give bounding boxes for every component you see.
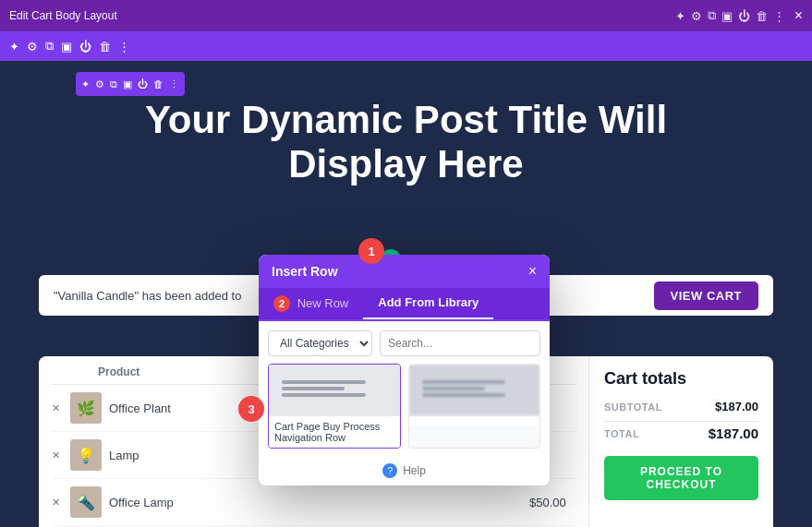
- product-image-2: 💡: [70, 439, 102, 471]
- sec-delete-icon[interactable]: 🗑: [99, 40, 111, 54]
- remove-item-2[interactable]: ✕: [52, 449, 70, 461]
- secondary-toolbar: ✦ ⚙ ⧉ ▣ ⏻ 🗑 ⋮: [0, 31, 812, 61]
- subtotal-row: SUBTOTAL $187.00: [604, 400, 758, 413]
- subtotal-label: SUBTOTAL: [604, 401, 662, 413]
- cart-totals-panel: Cart totals SUBTOTAL $187.00 TOTAL $187.…: [588, 356, 773, 527]
- grid-item-preview-1: [269, 365, 400, 415]
- product-image-3: 🔦: [70, 486, 102, 518]
- grid-item-2[interactable]: [408, 364, 541, 449]
- total-row: TOTAL $187.00: [604, 425, 758, 441]
- sec-more-icon[interactable]: ⋮: [118, 40, 130, 54]
- settings-icon[interactable]: ⚙: [691, 9, 702, 23]
- mod-layout-icon[interactable]: ▣: [123, 78, 132, 90]
- insert-row-modal: Insert Row × 2 New Row Add From Library …: [259, 255, 550, 485]
- sec-settings-icon[interactable]: ⚙: [27, 40, 38, 54]
- view-cart-button[interactable]: VIEW CART: [654, 281, 758, 310]
- grid-item-preview-2: [409, 365, 540, 415]
- modal-header: Insert Row ×: [259, 255, 550, 288]
- grid-item-cart-nav-row[interactable]: Cart Page Buy Process Navigation Row: [268, 364, 401, 449]
- product-image-1: 🌿: [70, 392, 102, 424]
- total-label: TOTAL: [604, 428, 639, 439]
- remove-item-1[interactable]: ✕: [52, 402, 70, 414]
- add-icon[interactable]: ✦: [675, 9, 685, 23]
- product-name-3: Office Lamp: [109, 496, 529, 509]
- main-content: ✦ ⚙ ⧉ ▣ ⏻ 🗑 ⋮ Your Dynamic Post Title Wi…: [0, 61, 812, 527]
- tab-new-row[interactable]: 2 New Row: [259, 288, 363, 319]
- more-icon[interactable]: ⋮: [773, 9, 785, 23]
- grid-item-label-2: [409, 415, 540, 425]
- power-icon[interactable]: ⏻: [738, 9, 750, 23]
- new-row-tab-label: New Row: [297, 296, 349, 310]
- modal-search-row: All Categories: [268, 330, 540, 356]
- hero-title: Your Dynamic Post Title Will Display Her…: [0, 98, 812, 187]
- subtotal-value: $187.00: [715, 400, 758, 413]
- module-toolbar: ✦ ⚙ ⧉ ▣ ⏻ 🗑 ⋮: [76, 72, 185, 96]
- modal-close-button[interactable]: ×: [528, 264, 537, 279]
- modal-footer: ? Help: [259, 458, 550, 485]
- library-tab-label: Add From Library: [378, 295, 479, 309]
- top-bar-icons: ✦ ⚙ ⧉ ▣ ⏻ 🗑 ⋮ ×: [675, 7, 803, 24]
- close-icon[interactable]: ×: [794, 7, 803, 24]
- modal-title: Insert Row: [272, 264, 338, 279]
- sec-add-icon[interactable]: ✦: [9, 40, 19, 54]
- modal-body: All Categories Cart Page Buy Process Nav…: [259, 321, 550, 458]
- help-icon: ?: [382, 463, 397, 478]
- mod-dup-icon[interactable]: ⧉: [110, 78, 117, 90]
- help-label: Help: [403, 464, 426, 477]
- mod-more-icon[interactable]: ⋮: [169, 78, 179, 90]
- remove-item-3[interactable]: ✕: [52, 497, 70, 509]
- product-price-3: $50.00: [529, 496, 576, 509]
- category-select[interactable]: All Categories: [268, 330, 372, 356]
- checkout-button[interactable]: PROCEED TO CHECKOUT: [604, 456, 758, 500]
- table-row: ✕ 🔦 Office Lamp $50.00: [52, 479, 576, 526]
- duplicate-icon[interactable]: ⧉: [708, 8, 716, 23]
- search-input[interactable]: [380, 330, 540, 356]
- tab-add-from-library[interactable]: Add From Library: [363, 288, 493, 319]
- top-bar: Edit Cart Body Layout ✦ ⚙ ⧉ ▣ ⏻ 🗑 ⋮ ×: [0, 0, 812, 31]
- mod-delete-icon[interactable]: 🗑: [153, 78, 164, 90]
- tab-badge: 2: [273, 295, 290, 312]
- delete-icon[interactable]: 🗑: [756, 9, 768, 23]
- mod-move-icon[interactable]: ✦: [81, 78, 90, 90]
- cart-totals-title: Cart totals: [604, 369, 758, 389]
- step-1-badge: 1: [358, 238, 384, 264]
- layout-icon[interactable]: ▣: [721, 9, 733, 23]
- sec-duplicate-icon[interactable]: ⧉: [45, 39, 54, 54]
- mod-settings-icon[interactable]: ⚙: [95, 78, 104, 90]
- modal-tabs: 2 New Row Add From Library: [259, 288, 550, 321]
- sec-layout-icon[interactable]: ▣: [61, 40, 72, 54]
- notification-text: "Vanilla Candle" has been added to: [54, 289, 241, 303]
- top-bar-title: Edit Cart Body Layout: [9, 9, 117, 22]
- modal-grid: Cart Page Buy Process Navigation Row: [268, 364, 540, 449]
- mod-power-icon[interactable]: ⏻: [138, 78, 148, 90]
- sec-power-icon[interactable]: ⏻: [79, 40, 91, 54]
- total-value: $187.00: [709, 425, 758, 441]
- step-3-badge: 3: [238, 396, 264, 422]
- grid-item-label-1: Cart Page Buy Process Navigation Row: [269, 415, 400, 448]
